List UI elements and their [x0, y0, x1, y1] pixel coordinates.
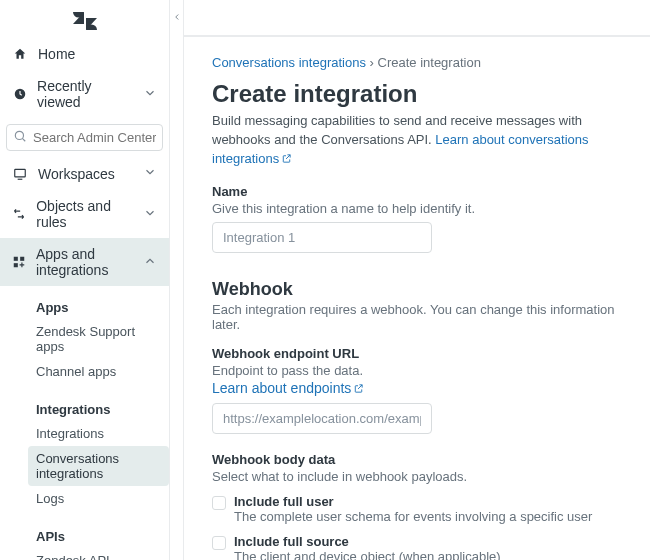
chevron-left-icon	[172, 12, 182, 22]
subnav-conversations-integrations[interactable]: Conversations integrations	[28, 446, 169, 486]
body-data-label: Webhook body data	[212, 452, 622, 467]
integration-name-input[interactable]	[212, 222, 432, 253]
svg-rect-7	[14, 263, 18, 267]
subnav-integrations-header: Integrations	[36, 394, 169, 421]
zendesk-logo	[0, 8, 169, 34]
subnav-zendesk-api[interactable]: Zendesk API	[28, 548, 169, 560]
search-icon	[13, 129, 27, 146]
svg-rect-6	[20, 257, 24, 261]
subnav-integrations[interactable]: Integrations	[28, 421, 169, 446]
svg-rect-5	[14, 257, 18, 261]
nav-recent-label: Recently viewed	[37, 78, 133, 110]
breadcrumb-sep: ›	[370, 55, 374, 70]
page-title: Create integration	[212, 80, 622, 108]
checkbox-full-user-row: Include full user The complete user sche…	[212, 494, 622, 524]
nav-apps-integrations[interactable]: Apps and integrations	[0, 238, 169, 286]
chevron-up-icon	[143, 254, 157, 271]
nav-objects[interactable]: Objects and rules	[0, 190, 169, 238]
nav-objects-label: Objects and rules	[36, 198, 133, 230]
subnav-zendesk-support-apps[interactable]: Zendesk Support apps	[28, 319, 169, 359]
search-box[interactable]	[6, 124, 163, 151]
learn-endpoints-link[interactable]: Learn about endpoints	[212, 380, 364, 396]
endpoint-label: Webhook endpoint URL	[212, 346, 622, 361]
nav-apps-label: Apps and integrations	[36, 246, 133, 278]
nav-home[interactable]: Home	[0, 38, 169, 70]
breadcrumb-parent[interactable]: Conversations integrations	[212, 55, 366, 70]
sidebar: Home Recently viewed Workspaces Obj	[0, 0, 170, 560]
endpoint-help: Endpoint to pass the data.	[212, 363, 622, 378]
checkbox-full-source[interactable]	[212, 536, 226, 550]
svg-rect-3	[15, 169, 26, 177]
top-header-strip	[184, 0, 650, 36]
external-link-icon	[353, 381, 364, 397]
workspaces-icon	[12, 167, 28, 181]
subnav-logs[interactable]: Logs	[28, 486, 169, 511]
clock-icon	[12, 87, 27, 101]
breadcrumb: Conversations integrations › Create inte…	[212, 55, 622, 70]
chevron-down-icon	[143, 86, 157, 103]
body-data-help: Select what to include in webhook payloa…	[212, 469, 622, 484]
svg-line-2	[22, 138, 25, 141]
nav-workspaces[interactable]: Workspaces	[0, 157, 169, 190]
chevron-down-icon	[143, 206, 157, 223]
nav-workspaces-label: Workspaces	[38, 166, 115, 182]
main-content: Conversations integrations › Create inte…	[184, 36, 650, 560]
home-icon	[12, 47, 28, 61]
nav-recent[interactable]: Recently viewed	[0, 70, 169, 118]
webhook-title: Webhook	[212, 279, 622, 300]
svg-point-1	[15, 131, 23, 139]
search-input[interactable]	[33, 130, 156, 145]
objects-icon	[12, 207, 26, 221]
page-desc: Build messaging capabilities to send and…	[212, 112, 622, 170]
checkbox-full-source-desc: The client and device object (when appli…	[234, 549, 501, 560]
checkbox-full-user-label: Include full user	[234, 494, 592, 509]
name-label: Name	[212, 184, 622, 199]
checkbox-full-user[interactable]	[212, 496, 226, 510]
search-container	[0, 118, 169, 157]
nav-home-label: Home	[38, 46, 75, 62]
webhook-endpoint-input[interactable]	[212, 403, 432, 434]
breadcrumb-current: Create integration	[378, 55, 481, 70]
subnav-channel-apps[interactable]: Channel apps	[28, 359, 169, 384]
subnav-apis-header: APIs	[36, 521, 169, 548]
subnav: Apps Zendesk Support apps Channel apps I…	[0, 286, 169, 560]
zendesk-icon	[72, 8, 98, 34]
chevron-down-icon	[143, 165, 157, 182]
learn-endpoints-text: Learn about endpoints	[212, 380, 351, 396]
checkbox-full-source-label: Include full source	[234, 534, 501, 549]
external-link-icon	[281, 151, 292, 170]
apps-icon	[12, 255, 26, 269]
webhook-desc: Each integration requires a webhook. You…	[212, 302, 622, 332]
sidebar-collapse-handle[interactable]	[170, 0, 184, 560]
subnav-apps-header: Apps	[36, 292, 169, 319]
checkbox-full-source-row: Include full source The client and devic…	[212, 534, 622, 560]
name-help: Give this integration a name to help ide…	[212, 201, 622, 216]
checkbox-full-user-desc: The complete user schema for events invo…	[234, 509, 592, 524]
